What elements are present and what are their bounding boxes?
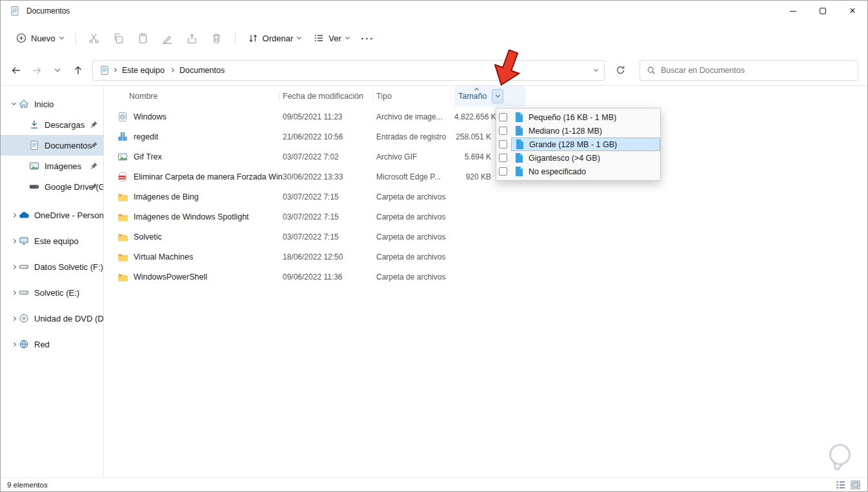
file-row[interactable]: WindowsPowerShell 09/06/2022 11:36 Carpe… xyxy=(104,267,867,287)
address-dropdown-icon[interactable] xyxy=(594,67,598,71)
size-filter-dropdown-button[interactable] xyxy=(492,89,503,103)
file-row[interactable]: regedit 21/06/2022 10:56 Entradas de reg… xyxy=(104,127,867,147)
file-explorer-window: Documentos × Nuevo xyxy=(0,0,868,492)
drive-icon xyxy=(19,287,29,298)
copy-button[interactable] xyxy=(106,27,131,49)
up-button[interactable] xyxy=(68,60,88,81)
sidebar-item-label: Unidad de DVD (D:) xyxy=(34,314,103,323)
file-row[interactable]: Imágenes de Windows Spotlight 03/07/2022… xyxy=(104,207,867,227)
file-size: 258.051 K xyxy=(454,132,491,141)
breadcrumb-este-equipo[interactable]: Este equipo xyxy=(119,66,167,75)
file-row[interactable]: Virtual Machines 18/06/2022 12:50 Carpet… xyxy=(104,247,867,267)
large-icons-view-icon[interactable] xyxy=(850,480,861,490)
drive-icon xyxy=(29,181,39,192)
file-type: Carpeta de archivos xyxy=(376,232,454,241)
size-filter-checkbox[interactable] xyxy=(499,140,507,149)
file-type: Archivo de image... xyxy=(376,112,454,121)
rename-button[interactable] xyxy=(156,27,180,49)
file-row[interactable]: Gif Trex 03/07/2022 7:02 Archivo GIF 5.6… xyxy=(104,147,867,167)
arrow-left-icon xyxy=(11,65,21,76)
file-row[interactable]: Solvetic 03/07/2022 7:15 Carpeta de arch… xyxy=(104,227,867,247)
search-input[interactable] xyxy=(661,66,851,75)
menu-item-gigantesco[interactable]: Gigantesco (>4 GB) xyxy=(496,151,660,165)
maximize-icon xyxy=(820,8,826,14)
gif-image-icon xyxy=(117,152,128,162)
view-list-icon xyxy=(314,33,324,43)
view-button[interactable]: Ver xyxy=(307,28,356,48)
view-button-label: Ver xyxy=(328,34,341,43)
file-row[interactable]: PDFEliminar Carpeta de manera Forzada Wi… xyxy=(104,167,867,187)
sidebar-item-label: Documentos xyxy=(45,141,92,150)
sidebar-item-datos-solvetic[interactable]: Datos Solvetic (F:) xyxy=(1,254,103,280)
file-type: Carpeta de archivos xyxy=(376,212,454,221)
documents-icon xyxy=(29,140,39,150)
file-row[interactable]: Imágenes de Bing 03/07/2022 7:15 Carpeta… xyxy=(104,187,867,207)
menu-item-label: Pequeño (16 KB - 1 MB) xyxy=(529,113,616,122)
menu-item-label: Gigantesco (>4 GB) xyxy=(529,154,600,163)
recent-locations-button[interactable] xyxy=(47,60,68,81)
file-size: 4.822.656 K xyxy=(454,112,491,121)
sidebar-item-unidad-dvd[interactable]: Unidad de DVD (D:) xyxy=(1,305,103,331)
forward-button[interactable] xyxy=(26,60,47,81)
column-header-nombre[interactable]: Nombre xyxy=(117,86,283,107)
menu-item-grande[interactable]: Grande (128 MB - 1 GB) xyxy=(496,138,660,151)
column-header-tipo[interactable]: Tipo xyxy=(376,86,454,107)
blue-file-icon xyxy=(515,126,523,136)
items-count: 9 elementos xyxy=(7,481,48,489)
body: Inicio Descargas Documentos Imágenes Goo… xyxy=(1,86,867,477)
titlebar: Documentos × xyxy=(1,1,867,21)
file-name: Eliminar Carpeta de manera Forzada Win..… xyxy=(134,172,283,181)
file-date: 09/06/2022 11:36 xyxy=(283,272,376,282)
sidebar-item-inicio[interactable]: Inicio xyxy=(1,94,103,114)
new-button[interactable]: Nuevo xyxy=(10,28,70,48)
menu-item-pequeno[interactable]: Pequeño (16 KB - 1 MB) xyxy=(496,110,660,124)
sidebar-item-red[interactable]: Red xyxy=(1,331,103,357)
sort-button[interactable]: Ordenar xyxy=(241,28,308,48)
chevron-right-icon xyxy=(170,68,174,72)
sidebar-item-este-equipo[interactable]: Este equipo xyxy=(1,228,103,254)
more-options-button[interactable]: ··· xyxy=(356,27,380,49)
search-box[interactable] xyxy=(640,60,858,81)
paste-button[interactable] xyxy=(131,27,156,49)
onedrive-icon xyxy=(19,210,29,220)
menu-item-label: No especificado xyxy=(529,167,586,176)
sidebar-item-solvetic[interactable]: Solvetic (E:) xyxy=(1,280,103,305)
close-button[interactable]: × xyxy=(838,1,867,21)
chevron-down-icon xyxy=(297,35,301,39)
breadcrumb-documentos[interactable]: Documentos xyxy=(177,66,227,75)
sort-button-label: Ordenar xyxy=(263,34,294,43)
clipboard-icon xyxy=(137,33,148,44)
sidebar-item-imagenes[interactable]: Imágenes xyxy=(1,156,103,176)
folder-icon xyxy=(117,272,128,282)
share-button[interactable] xyxy=(180,27,205,49)
size-filter-checkbox[interactable] xyxy=(499,154,507,162)
chevron-right-icon xyxy=(11,342,15,346)
delete-button[interactable] xyxy=(205,27,229,49)
pin-icon xyxy=(90,121,98,129)
sidebar-item-google-drive[interactable]: Google Drive (G: xyxy=(1,176,103,197)
file-name: regedit xyxy=(134,132,158,141)
refresh-button[interactable] xyxy=(610,60,631,81)
cut-button[interactable] xyxy=(82,27,106,49)
menu-item-no-especificado[interactable]: No especificado xyxy=(496,165,660,178)
column-header-fecha[interactable]: Fecha de modificación xyxy=(283,86,376,107)
column-header-label: Nombre xyxy=(129,92,157,101)
back-button[interactable] xyxy=(6,60,26,81)
details-view-icon[interactable] xyxy=(835,480,846,490)
maximize-button[interactable] xyxy=(808,1,838,21)
chevron-right-icon xyxy=(11,290,15,294)
file-row[interactable]: Windows 09/05/2021 11:23 Archivo de imag… xyxy=(104,107,867,127)
command-bar: Nuevo Ordenar xyxy=(1,21,867,55)
sidebar-item-documentos[interactable]: Documentos xyxy=(1,135,103,156)
sidebar-item-descargas[interactable]: Descargas xyxy=(1,114,103,135)
sidebar-item-onedrive[interactable]: OneDrive - Personal xyxy=(1,202,103,228)
blue-file-icon xyxy=(516,139,524,150)
size-filter-checkbox[interactable] xyxy=(499,113,507,121)
address-bar[interactable]: Este equipo Documentos xyxy=(92,60,605,81)
file-list: Nombre Fecha de modificación Tipo Tamaño… xyxy=(104,86,867,477)
size-filter-checkbox[interactable] xyxy=(499,127,507,135)
arrow-up-icon xyxy=(73,65,83,76)
menu-item-mediano[interactable]: Mediano (1-128 MB) xyxy=(496,124,660,138)
size-filter-checkbox[interactable] xyxy=(499,167,507,176)
minimize-button[interactable] xyxy=(778,1,808,21)
